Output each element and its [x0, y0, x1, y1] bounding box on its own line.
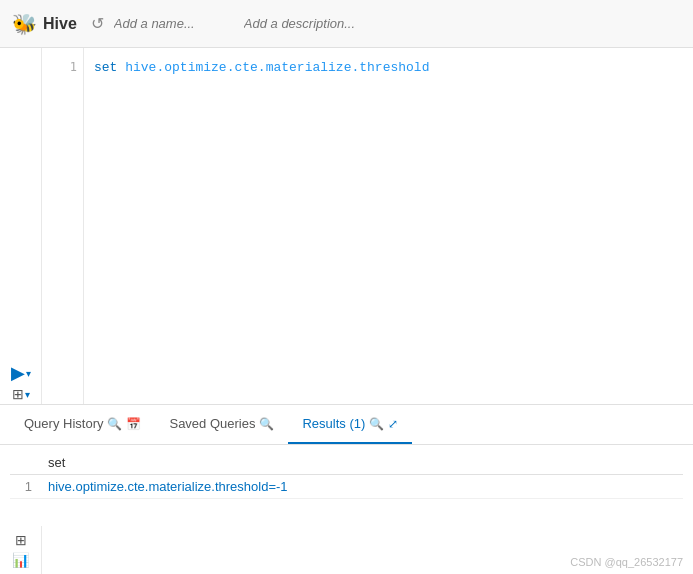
- grid-icon[interactable]: ⊞: [15, 532, 27, 548]
- table-row: 1 hive.optimize.cte.materialize.threshol…: [10, 475, 683, 499]
- query-description-input[interactable]: [244, 16, 404, 31]
- chart-icon[interactable]: 📊: [12, 552, 29, 568]
- results-table: set 1 hive.optimize.cte.materialize.thre…: [10, 451, 683, 499]
- tab-results-label: Results (1): [302, 416, 365, 431]
- watermark: CSDN @qq_26532177: [570, 556, 683, 568]
- table-icon[interactable]: ⊞: [12, 386, 24, 402]
- run-dropdown-icon[interactable]: ▾: [26, 368, 31, 379]
- editor-wrapper: ▶ ▾ ⊞ ▾ 1 set hive.optimize.cte.material…: [0, 48, 693, 418]
- bottom-icons-row: ⊞ 📊: [0, 526, 42, 574]
- bottom-section: Query History 🔍 📅 Saved Queries 🔍 Result…: [0, 404, 693, 574]
- results-row-1-num: 1: [10, 475, 40, 499]
- tab-saved-queries-label: Saved Queries: [169, 416, 255, 431]
- tab-query-history[interactable]: Query History 🔍 📅: [10, 405, 155, 444]
- tab-query-history-search-icon[interactable]: 🔍: [107, 417, 122, 431]
- results-area: set 1 hive.optimize.cte.materialize.thre…: [0, 445, 693, 574]
- table-button-row[interactable]: ⊞ ▾: [12, 386, 30, 402]
- tab-saved-queries-search-icon[interactable]: 🔍: [259, 417, 274, 431]
- table-dropdown-icon[interactable]: ▾: [25, 389, 30, 400]
- tab-results-expand-icon[interactable]: ⤢: [388, 417, 398, 431]
- left-actions: ▶ ▾ ⊞ ▾: [0, 48, 42, 418]
- app-title: Hive: [43, 15, 77, 33]
- app-logo: 🐝 Hive: [12, 12, 77, 36]
- code-path: hive.optimize.cte.materialize.threshold: [125, 60, 429, 75]
- editor-main: ▶ ▾ ⊞ ▾ 1 set hive.optimize.cte.material…: [0, 48, 693, 418]
- tab-query-history-calendar-icon[interactable]: 📅: [126, 417, 141, 431]
- run-button-row[interactable]: ▶ ▾: [11, 364, 31, 382]
- code-keyword-set: set: [94, 60, 117, 75]
- line-number-1: 1: [42, 60, 77, 74]
- tabs-bar: Query History 🔍 📅 Saved Queries 🔍 Result…: [0, 405, 693, 445]
- query-name-input[interactable]: [114, 16, 234, 31]
- history-icon[interactable]: ↺: [91, 14, 104, 33]
- hive-icon: 🐝: [12, 12, 37, 36]
- code-editor[interactable]: set hive.optimize.cte.materialize.thresh…: [84, 48, 693, 418]
- results-col-num: [10, 451, 40, 475]
- tab-saved-queries[interactable]: Saved Queries 🔍: [155, 405, 288, 444]
- app-header: 🐝 Hive ↺: [0, 0, 693, 48]
- line-numbers: 1: [42, 48, 84, 418]
- results-col-set: set: [40, 451, 683, 475]
- run-icon[interactable]: ▶: [11, 364, 25, 382]
- tab-results[interactable]: Results (1) 🔍 ⤢: [288, 405, 412, 444]
- tab-results-search-icon[interactable]: 🔍: [369, 417, 384, 431]
- tab-query-history-label: Query History: [24, 416, 103, 431]
- results-row-1-value: hive.optimize.cte.materialize.threshold=…: [40, 475, 683, 499]
